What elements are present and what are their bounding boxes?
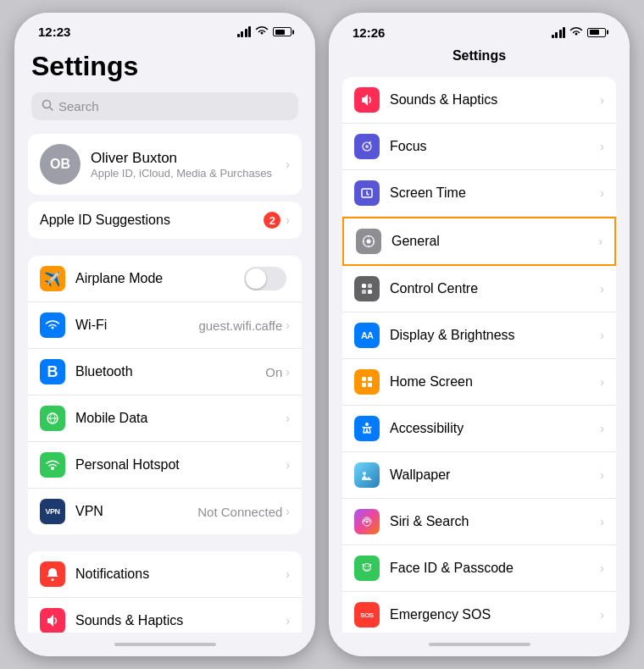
home-bar-left [14, 633, 315, 656]
apple-id-suggestions-label: Apple ID Suggestions [40, 213, 264, 228]
right-sounds-label: Sounds & Haptics [390, 92, 600, 108]
network-section: ✈️ Airplane Mode Wi-Fi guest.wifi.caffe … [28, 256, 302, 534]
phone-left: 12:23 Settings [14, 13, 315, 656]
wifi-icon-left [255, 25, 269, 38]
right-faceid-label: Face ID & Passcode [390, 561, 600, 576]
sounds-icon [40, 608, 65, 633]
bluetooth-label: Bluetooth [75, 364, 265, 379]
right-display-icon: AA [354, 323, 380, 348]
notifications-row[interactable]: Notifications › [28, 551, 302, 598]
right-wallpaper-chevron: › [600, 468, 604, 482]
mobile-data-icon [40, 406, 65, 431]
search-icon [42, 99, 53, 113]
hotspot-label: Personal Hotspot [75, 457, 286, 473]
signal-icon-left [237, 26, 252, 37]
right-sounds-icon [354, 87, 380, 113]
mobile-data-row[interactable]: Mobile Data › [28, 395, 302, 442]
wifi-icon-right [569, 25, 583, 40]
right-siri-row[interactable]: Siri & Search › [342, 499, 616, 545]
apple-id-chevron: › [286, 213, 290, 227]
right-general-row[interactable]: General › [342, 217, 616, 266]
settings-content-right: Sounds & Haptics › Focus › [329, 70, 630, 633]
svg-point-21 [365, 423, 369, 426]
right-siri-icon [354, 509, 380, 534]
right-homescreen-row[interactable]: Home Screen › [342, 359, 616, 406]
right-control-icon [354, 276, 380, 301]
right-screentime-row[interactable]: Screen Time › [342, 170, 616, 217]
avatar: OB [40, 144, 80, 185]
right-sounds-row[interactable]: Sounds & Haptics › [342, 77, 616, 124]
status-icons-right [552, 25, 607, 40]
svg-point-3 [52, 578, 54, 581]
status-bar-left: 12:23 [14, 13, 315, 42]
bluetooth-value: On [265, 365, 282, 379]
svg-rect-18 [368, 377, 372, 381]
airplane-row[interactable]: ✈️ Airplane Mode [28, 256, 302, 302]
profile-info: Oliver Buxton Apple ID, iCloud, Media & … [91, 150, 286, 180]
profile-row[interactable]: OB Oliver Buxton Apple ID, iCloud, Media… [28, 134, 302, 195]
home-bar-right [329, 633, 630, 656]
bluetooth-chevron: › [286, 365, 290, 379]
right-focus-row[interactable]: Focus › [342, 124, 616, 170]
wifi-value: guest.wifi.caffe [198, 318, 282, 333]
right-sos-chevron: › [600, 608, 604, 622]
right-focus-chevron: › [600, 140, 604, 153]
right-faceid-row[interactable]: Face ID & Passcode › [342, 545, 616, 592]
right-display-row[interactable]: AA Display & Brightness › [342, 312, 616, 359]
right-sos-row[interactable]: SOS Emergency SOS › [342, 592, 616, 633]
right-faceid-chevron: › [600, 561, 604, 575]
right-screentime-label: Screen Time [390, 185, 600, 201]
right-siri-label: Siri & Search [390, 514, 600, 529]
vpn-chevron: › [286, 505, 290, 518]
right-general-icon [356, 229, 381, 254]
settings-content-left: Settings Search OB Oliver Buxton Apple I… [14, 42, 315, 633]
wifi-row-icon [40, 312, 65, 338]
battery-icon-right [587, 28, 606, 37]
home-bar-line-left [114, 643, 216, 646]
apple-id-badge: 2 [264, 212, 280, 229]
mobile-data-label: Mobile Data [75, 411, 286, 426]
right-accessibility-icon [354, 416, 380, 441]
right-general-label: General [391, 234, 598, 249]
status-icons-left [237, 25, 292, 38]
battery-icon-left [273, 27, 291, 36]
wifi-chevron: › [286, 318, 290, 332]
right-wallpaper-row[interactable]: Wallpaper › [342, 452, 616, 499]
wifi-row[interactable]: Wi-Fi guest.wifi.caffe › [28, 302, 302, 349]
right-accessibility-row[interactable]: Accessibility › [342, 406, 616, 452]
right-wallpaper-label: Wallpaper [390, 467, 600, 483]
vpn-row[interactable]: VPN VPN Not Connected › [28, 489, 302, 534]
right-control-label: Control Centre [390, 281, 600, 296]
right-focus-icon [354, 134, 380, 159]
status-bar-right: 12:26 [329, 13, 630, 43]
airplane-icon: ✈️ [40, 266, 65, 291]
search-bar[interactable]: Search [31, 92, 298, 120]
airplane-toggle[interactable] [244, 267, 286, 290]
mobile-data-chevron: › [286, 412, 290, 425]
profile-chevron: › [286, 158, 290, 171]
svg-point-27 [368, 566, 369, 567]
svg-rect-14 [368, 284, 372, 288]
hotspot-chevron: › [286, 458, 290, 472]
vpn-value: Not Connected [197, 505, 282, 519]
svg-rect-20 [368, 383, 372, 387]
sounds-row[interactable]: Sounds & Haptics › [28, 598, 302, 633]
right-focus-label: Focus [390, 139, 600, 154]
apple-id-suggestions-row[interactable]: Apple ID Suggestions 2 › [28, 202, 302, 239]
notifications-icon [40, 561, 65, 587]
svg-point-24 [366, 521, 369, 523]
right-control-row[interactable]: Control Centre › [342, 266, 616, 312]
bluetooth-row[interactable]: B Bluetooth On › [28, 349, 302, 395]
svg-rect-16 [368, 290, 372, 294]
right-accessibility-label: Accessibility [390, 421, 600, 436]
hotspot-row[interactable]: Personal Hotspot › [28, 442, 302, 489]
notifications-label: Notifications [75, 567, 286, 582]
right-general-chevron: › [598, 235, 602, 248]
vpn-icon: VPN [40, 499, 65, 524]
right-homescreen-icon [354, 369, 380, 395]
status-time-right: 12:26 [353, 25, 385, 40]
right-homescreen-label: Home Screen [390, 374, 600, 390]
wifi-label: Wi-Fi [75, 318, 198, 333]
right-settings-section: Sounds & Haptics › Focus › [342, 77, 616, 633]
notifications-chevron: › [286, 567, 290, 581]
